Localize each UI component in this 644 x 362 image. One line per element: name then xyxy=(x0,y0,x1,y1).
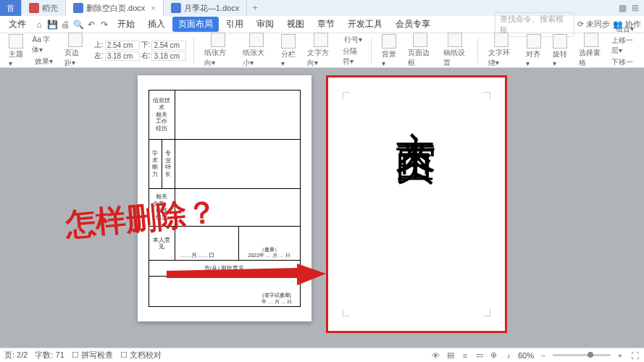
new-tab-button[interactable]: + xyxy=(247,3,263,13)
linenum-button[interactable]: 行号▾ xyxy=(344,35,362,45)
pane-icon xyxy=(584,33,598,47)
menu-members[interactable]: 会员专享 xyxy=(390,17,436,32)
fonts-button[interactable]: Aa 字体▾ xyxy=(32,35,56,55)
zoom-in-button[interactable]: + xyxy=(615,350,625,361)
margin-icon xyxy=(68,33,83,47)
margin-right-input[interactable]: 3.18 cm xyxy=(151,51,186,61)
page-margin-button[interactable]: 页边距▾ xyxy=(62,33,88,68)
papersize-button[interactable]: 纸张大小▾ xyxy=(240,33,272,68)
zoom-out-button[interactable]: − xyxy=(538,350,548,361)
word-count: 字数: 71 xyxy=(35,350,64,361)
menu-start[interactable]: 开始 xyxy=(112,17,141,32)
breaks-button[interactable]: 分隔符▾ xyxy=(343,46,364,67)
proofread-toggle[interactable]: ☐ 文档校对 xyxy=(120,350,162,361)
columns-button[interactable]: 分栏▾ xyxy=(278,34,298,67)
menu-layout[interactable]: 页面布局 xyxy=(172,17,219,32)
print-icon[interactable]: 🖨 xyxy=(59,19,71,30)
menu-view[interactable]: 视图 xyxy=(281,17,310,32)
bg-icon xyxy=(382,34,396,49)
statusbar: 页: 2/2 字数: 71 ☐ 拼写检查 ☐ 文档校对 👁 ▤ ≡ ▭ ⊕ ♪ … xyxy=(0,348,644,362)
tab-home[interactable]: 首 xyxy=(0,0,22,16)
tab-daoke[interactable]: 稻壳 xyxy=(22,0,66,16)
themes-button[interactable]: 主题▾ xyxy=(6,34,26,67)
border-icon xyxy=(413,33,427,47)
effects-button[interactable]: 效果▾ xyxy=(35,56,53,67)
doc-icon xyxy=(171,3,181,13)
columns-icon xyxy=(281,34,296,49)
home-icon[interactable]: ⌂ xyxy=(33,19,45,30)
group-button[interactable]: 组合▾ xyxy=(616,24,634,34)
doc-icon xyxy=(73,3,83,13)
rotate-icon xyxy=(553,34,567,49)
undo-icon[interactable]: ↶ xyxy=(85,19,97,30)
menu-chapter[interactable]: 章节 xyxy=(311,17,340,32)
svg-marker-0 xyxy=(167,264,326,285)
bg-button[interactable]: 背景▾ xyxy=(379,34,399,67)
menubar: 文件 ⌂ 💾 🖨 🔍 ↶ ↷ 开始 插入 页面布局 引用 审阅 视图 章节 开发… xyxy=(0,16,644,33)
menu-refs[interactable]: 引用 xyxy=(220,17,249,32)
tab-doc-2[interactable]: 月季花—1.docx xyxy=(164,0,247,16)
margin-bottom-input[interactable]: 2.54 cm xyxy=(151,41,186,50)
wrap-icon xyxy=(494,33,509,47)
paper-icon xyxy=(448,33,462,47)
margin-values: 上:2.54 cm下:2.54 cm 左:3.18 cm右:3.18 cm xyxy=(94,40,187,61)
blank-page-label: 文末空白页 xyxy=(396,99,437,121)
align-icon xyxy=(527,34,541,49)
save-icon[interactable]: 💾 xyxy=(46,19,58,30)
document-workspace[interactable]: 信息技术 相关 工作 经历 学 术 能 力 专 业 特 长 相关 文章、 科技 … xyxy=(0,68,644,348)
ribbon-layout: 主题▾ Aa 字体▾效果▾ 页边距▾ 上:2.54 cm下:2.54 cm 左:… xyxy=(0,33,644,68)
tab-doc-active[interactable]: 删除空白页.docx× xyxy=(66,0,164,16)
margin-top-input[interactable]: 2.54 cm xyxy=(105,41,140,50)
page-2-highlighted: 文末空白页 xyxy=(326,75,507,333)
themes-icon xyxy=(9,34,23,49)
zoom-slider[interactable] xyxy=(553,354,611,356)
border-button[interactable]: 页面边框 xyxy=(405,33,435,68)
close-icon[interactable]: × xyxy=(151,4,155,12)
spellcheck-toggle[interactable]: ☐ 拼写检查 xyxy=(72,350,113,361)
menu-file[interactable]: 文件 xyxy=(3,17,32,32)
annotation-arrow xyxy=(167,264,326,285)
view-outline-icon[interactable]: ≡ xyxy=(460,350,470,361)
menu-review[interactable]: 审阅 xyxy=(251,17,280,32)
papersize-icon xyxy=(249,33,264,47)
menu-devtools[interactable]: 开发工具 xyxy=(342,17,388,32)
moveup-button[interactable]: 上移一层▾ xyxy=(611,35,638,56)
paper-button[interactable]: 稿纸设置 xyxy=(440,33,470,68)
view-read-icon[interactable]: 👁 xyxy=(431,350,441,361)
wrap-button[interactable]: 文字环绕▾ xyxy=(485,33,518,68)
redo-icon[interactable]: ↷ xyxy=(99,19,110,30)
preview-icon[interactable]: 🔍 xyxy=(72,19,84,30)
view-web-icon[interactable]: ▭ xyxy=(474,350,485,361)
rotate-button[interactable]: 旋转▾ xyxy=(550,34,570,67)
sync-status[interactable]: ⟳ 未同步 xyxy=(577,19,610,30)
fit-page-button[interactable]: ⛶ xyxy=(630,350,640,361)
daoke-icon xyxy=(29,3,39,13)
view-tools-icon[interactable]: ♪ xyxy=(503,350,514,361)
margin-left-input[interactable]: 3.18 cm xyxy=(105,51,140,61)
page-count: 页: 2/2 xyxy=(4,350,28,361)
view-print-icon[interactable]: ▤ xyxy=(446,350,456,361)
view-fullscreen-icon[interactable]: ⊕ xyxy=(489,350,499,361)
pane-button[interactable]: 选择窗格 xyxy=(576,33,606,68)
textdir-icon xyxy=(314,33,328,47)
align-button[interactable]: 对齐▾ xyxy=(523,34,543,67)
orientation-button[interactable]: 纸张方向▾ xyxy=(201,33,234,68)
textdir-button[interactable]: 文字方向▾ xyxy=(304,33,337,68)
menu-insert[interactable]: 插入 xyxy=(142,17,171,32)
orientation-icon xyxy=(211,33,225,47)
zoom-level: 60% xyxy=(518,351,534,360)
